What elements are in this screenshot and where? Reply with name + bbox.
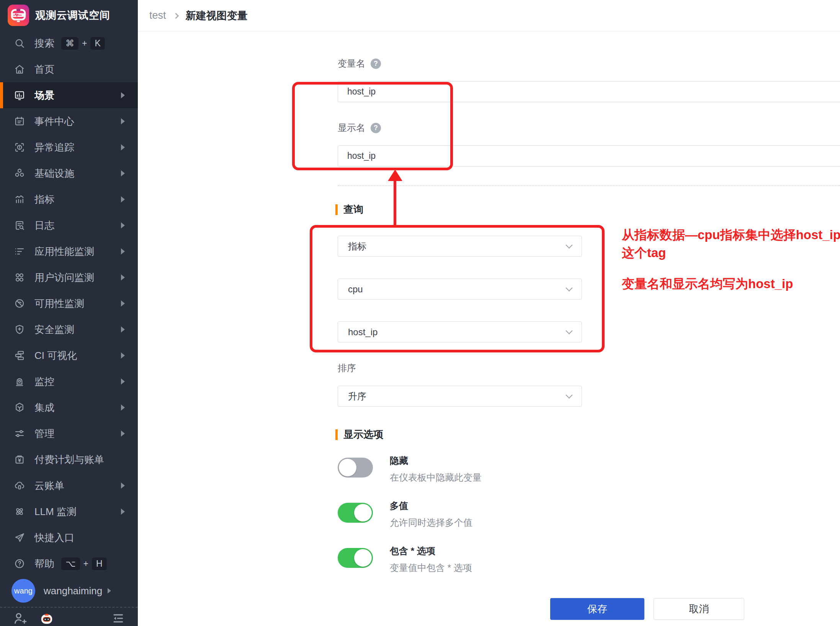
chevron-right-icon [121,196,125,202]
sidebar-item-llm-monitoring[interactable]: LLM 监测 [0,499,138,525]
sidebar-item-event-center[interactable]: 事件中心 [0,108,138,134]
rum-icon [14,272,25,283]
help-icon[interactable]: ? [371,59,381,69]
breadcrumb-parent[interactable]: test [149,10,166,21]
sidebar-item-apm[interactable]: 应用性能监测 [0,238,138,264]
hide-toggle[interactable] [338,458,373,478]
option-key-badge: ⌥ [61,558,80,570]
sidebar-item-shortcuts[interactable]: 快捷入口 [0,525,138,551]
workspace-title: 观测云调试空间 [35,8,110,22]
section-accent-bar [335,204,338,215]
annotation-note-names: 变量名和显示名均写为host_ip [622,275,793,293]
sidebar-item-cloud-bill[interactable]: 云账单 [0,473,138,499]
logs-icon [14,220,25,231]
chevron-down-icon [565,391,572,398]
search-icon [14,37,25,49]
toggle-row-multi-value: 多值 允许同时选择多个值 [338,500,472,529]
annotation-note-query: 从指标数据—cpu指标集中选择host_ip 这个tag [622,226,840,262]
app-logo-icon [8,5,29,26]
sidebar-item-monitoring[interactable]: 监控 [0,368,138,395]
sidebar-item-rum[interactable]: 用户访问监测 [0,264,138,290]
section-separator [338,185,840,186]
variable-name-input[interactable] [338,81,840,102]
home-icon [14,64,25,75]
sidebar-item-integrations[interactable]: 集成 [0,395,138,421]
help-icon[interactable]: ? [371,123,381,133]
measurement-dropdown[interactable]: cpu [338,279,582,300]
sort-dropdown[interactable]: 升序 [338,386,582,407]
help-shortcut: ⌥ + H [61,558,107,570]
security-icon [14,324,25,335]
page-title: 新建视图变量 [186,9,248,23]
chevron-right-icon [121,404,125,411]
sidebar-bottom-bar [0,610,138,626]
section-accent-bar [335,429,338,440]
chevron-right-icon [121,430,125,437]
datasource-dropdown[interactable]: 指标 [338,236,582,257]
metrics-icon [14,194,25,205]
cancel-button[interactable]: 取消 [654,598,744,620]
user-name: wanghaiming [44,585,102,597]
sort-label: 排序 [338,362,356,374]
display-name-label: 显示名 ? [338,122,381,134]
llm-icon [14,506,25,517]
chevron-right-icon [121,378,125,385]
invite-user-icon[interactable] [12,611,28,626]
tag-dropdown[interactable]: host_ip [338,321,582,342]
sidebar-item-error-tracking[interactable]: 异常追踪 [0,134,138,160]
chevron-right-icon [121,118,125,124]
integrations-icon [14,402,25,413]
assistant-robot-icon[interactable] [39,611,54,626]
variable-name-label: 变量名 ? [338,57,381,70]
sidebar-item-billing[interactable]: 付费计划与账单 [0,447,138,473]
sidebar-item-availability[interactable]: 可用性监测 [0,290,138,316]
user-menu[interactable]: wang wanghaiming [0,579,138,603]
help-icon [14,558,25,569]
sidebar-item-infrastructure[interactable]: 基础设施 [0,160,138,186]
apm-icon [14,246,25,257]
toggle-knob [339,459,356,476]
sidebar-item-home[interactable]: 首页 [0,56,138,82]
sidebar-item-scenes[interactable]: 场景 [0,82,138,108]
query-section-header: 查询 [335,203,363,216]
h-key-badge: H [92,558,107,570]
toggle-row-hide: 隐藏 在仪表板中隐藏此变量 [338,455,482,484]
breadcrumb-chevron-icon [173,13,179,19]
display-options-section-header: 显示选项 [335,428,383,441]
sidebar-search[interactable]: 搜索 ⌘ + K [0,30,138,56]
multi-value-toggle[interactable] [338,503,373,523]
chevron-down-icon [565,241,572,248]
event-center-icon [14,116,25,127]
include-all-toggle[interactable] [338,548,373,568]
display-name-input[interactable] [338,145,840,166]
cmd-key-badge: ⌘ [61,37,78,50]
chevron-right-icon [121,352,125,359]
sidebar-item-help[interactable]: 帮助 ⌥ + H [0,551,138,577]
sidebar-item-security[interactable]: 安全监测 [0,316,138,342]
management-icon [14,428,25,439]
workspace-brand: 观测云调试空间 [0,0,138,30]
search-shortcut: ⌘ + K [61,37,105,50]
sidebar-item-logs[interactable]: 日志 [0,212,138,238]
scene-icon [14,90,25,101]
save-button[interactable]: 保存 [550,598,644,620]
toggle-row-include-all-option: 包含 * 选项 变量值中包含 * 选项 [338,545,472,574]
chevron-right-icon [121,222,125,228]
sidebar-divider [0,607,138,608]
collapse-sidebar-icon[interactable] [110,611,126,626]
ci-icon [14,350,25,361]
sidebar: 观测云调试空间 搜索 ⌘ + K 首页 场景 事件中心 [0,0,138,626]
chevron-down-icon [565,284,572,291]
avatar: wang [11,579,35,603]
monitoring-icon [14,376,25,387]
chevron-right-icon [121,92,125,98]
toggle-knob [354,549,372,567]
chevron-down-icon [565,327,572,334]
chevron-right-icon [121,248,125,254]
shortcut-icon [14,532,25,543]
sidebar-item-management[interactable]: 管理 [0,421,138,447]
billing-icon [14,454,25,465]
sidebar-item-metrics[interactable]: 指标 [0,186,138,212]
sidebar-item-ci-visualization[interactable]: CI 可视化 [0,342,138,368]
cloud-bill-icon [14,480,25,491]
